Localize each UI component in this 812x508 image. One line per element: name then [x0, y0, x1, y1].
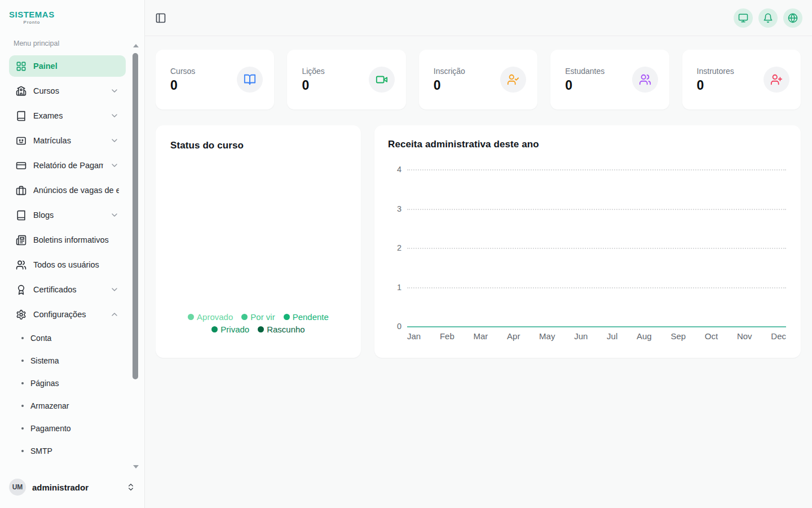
x-axis-tick: Mar — [473, 331, 488, 341]
legend-item-pendente[interactable]: Pendente — [284, 312, 329, 322]
sidebar-item-anuncios-de-vagas[interactable]: Anúncios de vagas de emp — [9, 179, 126, 201]
bullet-icon — [21, 427, 24, 430]
y-axis-tick: 1 — [388, 283, 401, 292]
chevrons-up-down-icon — [126, 483, 135, 492]
sidebar-item-certificados[interactable]: Certificados — [9, 279, 126, 300]
revenue-chart-x-axis: JanFebMarAprMayJunJulAugSepOctNovDec — [407, 331, 786, 341]
stat-card-estudantes: Estudantes0 — [550, 50, 669, 110]
revenue-series-line — [407, 326, 786, 327]
stat-value: 0 — [697, 78, 734, 93]
sidebar-item-label: Exames — [33, 111, 63, 120]
school-icon — [16, 86, 27, 97]
scroll-down-arrow-icon[interactable] — [133, 465, 139, 468]
sidebar-item-label: Boletins informativos — [33, 235, 109, 244]
user-name: administrador — [32, 483, 89, 492]
x-axis-tick: May — [539, 331, 555, 341]
gridline — [407, 209, 786, 210]
course-status-card: Status do curso AprovadoPor virPendenteP… — [156, 125, 361, 358]
stat-text: Instrutores0 — [697, 67, 734, 93]
revenue-chart-card: Receita administrativa deste ano 43210 J… — [374, 125, 801, 358]
gridline — [407, 248, 786, 249]
x-axis-tick: Jan — [407, 331, 421, 341]
sidebar-subitem-sistema[interactable]: Sistema — [9, 351, 126, 370]
chevron-down-icon — [110, 285, 119, 294]
x-axis-tick: Nov — [737, 331, 752, 341]
sidebar-subitem-conta[interactable]: Conta — [9, 329, 126, 348]
sidebar-item-label: Blogs — [33, 211, 54, 220]
sidebar-item-label: Cursos — [33, 86, 59, 95]
monitor-icon — [738, 13, 748, 23]
briefcase-icon — [16, 185, 27, 196]
sidebar-item-todos-os-usuarios[interactable]: Todos os usuários — [9, 254, 126, 275]
x-axis-tick: Apr — [507, 331, 520, 341]
video-icon — [376, 73, 388, 86]
sidebar-item-blogs[interactable]: Blogs — [9, 204, 126, 226]
sidebar-item-exames[interactable]: Exames — [9, 105, 126, 126]
book-open-icon — [237, 67, 263, 93]
sidebar-item-matriculas[interactable]: Matrículas — [9, 130, 126, 151]
sidebar-item-painel[interactable]: Painel — [9, 55, 126, 77]
chevron-down-icon — [110, 285, 119, 294]
sidebar-subitem-label: Páginas — [30, 379, 59, 388]
notifications-button[interactable] — [758, 8, 778, 28]
newspaper-icon — [16, 235, 27, 246]
chevron-down-icon — [110, 161, 119, 170]
stats-row: Cursos0Lições0Inscrição0Estudantes0Instr… — [156, 50, 801, 110]
user-plus-icon — [770, 73, 783, 86]
x-axis-tick: Jun — [574, 331, 588, 341]
sidebar-item-label: Painel — [33, 62, 58, 71]
video-icon — [369, 67, 395, 93]
display-button[interactable] — [734, 8, 753, 28]
chevron-down-icon — [110, 86, 119, 95]
layout-grid-icon — [16, 61, 27, 72]
id-card-icon — [16, 135, 27, 146]
stat-card-licoes: Lições0 — [287, 50, 405, 110]
sidebar: SISTEMAS Pronto Menu principal PainelCur… — [0, 0, 145, 508]
users-icon — [632, 67, 658, 93]
sidebar-subitem-paginas[interactable]: Páginas — [9, 374, 126, 393]
stat-card-cursos: Cursos0 — [156, 50, 274, 110]
revenue-chart-plot: 43210 — [388, 169, 787, 326]
layout-grid-icon — [16, 61, 27, 72]
sidebar-item-label: Anúncios de vagas de emp — [33, 186, 119, 195]
course-status-title: Status do curso — [170, 140, 346, 151]
users-icon — [16, 260, 27, 270]
sidebar-scrollbar[interactable] — [133, 44, 138, 468]
legend-dot-icon — [241, 314, 248, 320]
chevron-down-icon — [110, 161, 119, 170]
legend-item-por-vir[interactable]: Por vir — [241, 312, 275, 322]
sidebar-item-relatorio-de-pagamento[interactable]: Relatório de Pagamento — [9, 155, 126, 176]
stat-label: Lições — [302, 67, 324, 76]
sidebar-subitem-pagamento[interactable]: Pagamento — [9, 419, 126, 438]
legend-label: Por vir — [250, 312, 275, 322]
sidebar-item-boletins-informativos[interactable]: Boletins informativos — [9, 229, 126, 251]
scrollbar-thumb[interactable] — [133, 53, 138, 379]
stat-value: 0 — [170, 78, 195, 93]
stat-label: Inscrição — [434, 67, 465, 76]
stat-label: Cursos — [170, 67, 195, 76]
x-axis-tick: Sep — [670, 331, 686, 341]
menu-section-label: Menu principal — [0, 40, 144, 47]
credit-card-icon — [16, 160, 27, 171]
sidebar-subitem-smtp[interactable]: SMTP — [9, 441, 126, 461]
sidebar-item-configuracoes[interactable]: Configurações — [9, 304, 126, 325]
scroll-up-arrow-icon[interactable] — [133, 44, 139, 47]
legend-item-privado[interactable]: Privado — [211, 325, 249, 334]
legend-item-aprovado[interactable]: Aprovado — [188, 312, 233, 322]
revenue-chart-title: Receita administrativa deste ano — [388, 139, 787, 150]
user-menu[interactable]: UM administrador — [0, 471, 144, 508]
book-icon — [16, 111, 27, 121]
language-button[interactable] — [783, 8, 802, 28]
dashboard-content: Cursos0Lições0Inscrição0Estudantes0Instr… — [145, 36, 812, 358]
briefcase-icon — [16, 185, 27, 196]
sidebar-subitem-armazenar[interactable]: Armazenar — [9, 396, 126, 415]
credit-card-icon — [16, 160, 27, 171]
sidebar-subitem-label: Pagamento — [30, 424, 71, 433]
chevron-up-icon — [110, 310, 119, 319]
sidebar-subitem-label: SMTP — [30, 446, 52, 456]
sidebar-toggle-button[interactable] — [155, 12, 166, 24]
x-axis-tick: Dec — [771, 331, 786, 341]
sidebar-item-cursos[interactable]: Cursos — [9, 80, 126, 102]
top-header — [145, 0, 812, 36]
legend-item-rascunho[interactable]: Rascunho — [258, 325, 305, 334]
